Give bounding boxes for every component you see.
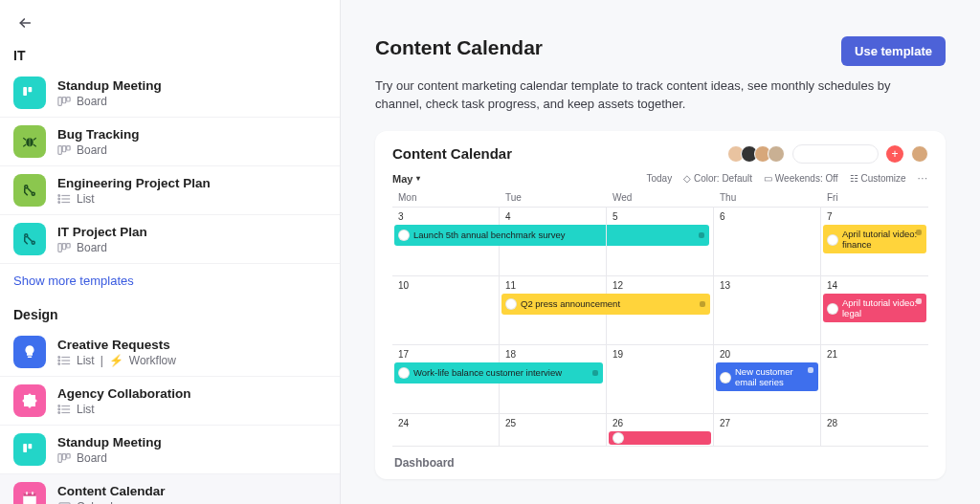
template-sidebar: IT Standup Meeting Board Bug Tracking Bo…	[0, 0, 341, 504]
calendar-cell[interactable]: 25	[500, 414, 607, 447]
cell-date: 4	[500, 211, 606, 224]
calendar-cell[interactable]: 6	[714, 208, 821, 276]
template-item-selected[interactable]: Content Calendar Calendar	[0, 474, 340, 504]
svg-point-15	[25, 186, 28, 188]
calendar-cell[interactable]: 7 April tutorial video: finance	[821, 208, 928, 276]
day-header: Tue	[500, 188, 607, 207]
template-item[interactable]: Creative Requests List | ⚡ Workflow	[0, 328, 340, 377]
workflow-bolt-icon: ⚡	[109, 354, 123, 367]
template-type: Board	[77, 241, 107, 254]
calendar-cell[interactable]: 3 Launch 5th annual benchmark survey	[392, 208, 500, 276]
bug-icon	[21, 133, 38, 150]
svg-point-33	[58, 360, 60, 362]
calendar-cell[interactable]: 19	[607, 345, 714, 414]
svg-point-23	[25, 234, 28, 237]
calendar-cell[interactable]: 4	[500, 208, 607, 276]
today-button[interactable]: Today	[646, 173, 672, 184]
template-item[interactable]: Standup Meeting Board	[0, 426, 340, 474]
plan-icon	[21, 182, 38, 199]
calendar-cell[interactable]: 28	[821, 414, 928, 447]
board-type-icon	[57, 144, 71, 156]
weekends-toggle[interactable]: ▭ Weekends: Off	[764, 173, 838, 184]
event-partial[interactable]	[609, 431, 711, 445]
day-header: Thu	[714, 188, 821, 207]
current-user-avatar[interactable]	[911, 145, 928, 163]
template-icon	[13, 174, 46, 207]
calendar-cell[interactable]: 18	[500, 345, 607, 414]
calendar-cell[interactable]: 17 Work-life balance customer interview	[392, 345, 500, 414]
svg-line-8	[23, 138, 26, 140]
customize-button[interactable]: ☷ Customize	[850, 173, 906, 184]
svg-rect-3	[58, 97, 62, 105]
svg-rect-12	[58, 145, 62, 154]
template-type: Board	[77, 451, 107, 465]
cell-date: 26	[607, 418, 713, 430]
event-tutorial-legal[interactable]: April tutorial video: legal	[823, 294, 926, 322]
template-icon	[13, 125, 46, 158]
template-item[interactable]: IT Project Plan Board	[0, 215, 340, 264]
calendar-cell[interactable]: 21	[821, 345, 928, 414]
day-header: Wed	[607, 188, 714, 207]
svg-rect-25	[58, 243, 62, 252]
cell-date: 21	[821, 349, 928, 362]
board-type-icon	[57, 452, 71, 464]
collaborator-avatars[interactable]	[727, 145, 785, 163]
calendar-cell[interactable]: 20 New customer email series	[714, 345, 821, 414]
svg-point-16	[32, 192, 34, 195]
avatar	[720, 372, 731, 383]
template-icon	[13, 77, 46, 109]
template-icon	[13, 482, 46, 504]
list-type-icon	[57, 355, 71, 366]
use-template-button[interactable]: Use template	[841, 36, 946, 66]
svg-point-24	[32, 241, 34, 244]
template-item[interactable]: Engineering Project Plan List	[0, 166, 340, 215]
template-item[interactable]: Bug Tracking Board	[0, 118, 340, 166]
separator: |	[100, 354, 103, 367]
chevron-down-icon: ▾	[416, 174, 420, 183]
calendar-cell[interactable]: 12	[607, 276, 714, 345]
template-type: List	[77, 192, 95, 206]
dashboard-tab[interactable]: Dashboard	[392, 447, 928, 479]
day-header: Mon	[392, 188, 500, 207]
svg-point-39	[58, 408, 60, 410]
svg-rect-47	[23, 493, 36, 496]
calendar-cell[interactable]: 5	[607, 208, 714, 276]
avatar	[398, 367, 410, 379]
svg-point-22	[58, 201, 60, 203]
month-selector[interactable]: May ▾	[392, 173, 420, 185]
cell-date: 13	[714, 280, 820, 293]
show-more-link[interactable]: Show more templates	[0, 264, 340, 301]
search-input[interactable]	[792, 144, 879, 164]
svg-point-20	[58, 194, 60, 196]
svg-rect-13	[62, 145, 66, 151]
calendar-cell[interactable]: 10	[392, 276, 500, 345]
calendar-cell[interactable]: 14 April tutorial video: legal	[821, 276, 928, 345]
svg-rect-27	[67, 243, 71, 247]
cell-date: 28	[821, 418, 928, 430]
color-option[interactable]: ◇ Color: Default	[683, 173, 752, 184]
template-type: List	[77, 403, 95, 416]
page-title: Content Calendar	[375, 36, 543, 59]
add-button[interactable]: +	[886, 145, 903, 163]
event-tutorial-finance[interactable]: April tutorial video: finance	[823, 225, 926, 253]
template-title: Agency Collaboration	[57, 386, 191, 401]
back-button[interactable]	[13, 11, 36, 34]
event-email-series[interactable]: New customer email series	[716, 362, 818, 391]
cell-date: 19	[607, 349, 713, 362]
more-menu[interactable]: ···	[918, 173, 928, 184]
month-label: May	[392, 173, 412, 185]
calendar-cell[interactable]: 11 Q2 press announcement	[500, 276, 607, 345]
section-header-it: IT	[0, 42, 340, 69]
avatar	[398, 230, 410, 241]
calendar-cell[interactable]: 24	[392, 414, 500, 447]
calendar-cell[interactable]: 26	[607, 414, 714, 447]
calendar-cell[interactable]: 27	[714, 414, 821, 447]
avatar	[827, 234, 838, 246]
svg-line-10	[23, 144, 26, 146]
plan-icon	[21, 230, 38, 248]
template-item[interactable]: Standup Meeting Board	[0, 69, 340, 118]
svg-rect-2	[29, 87, 33, 92]
calendar-cell[interactable]: 13	[714, 276, 821, 345]
template-type: Board	[77, 95, 107, 108]
template-item[interactable]: Agency Collaboration List	[0, 377, 340, 426]
